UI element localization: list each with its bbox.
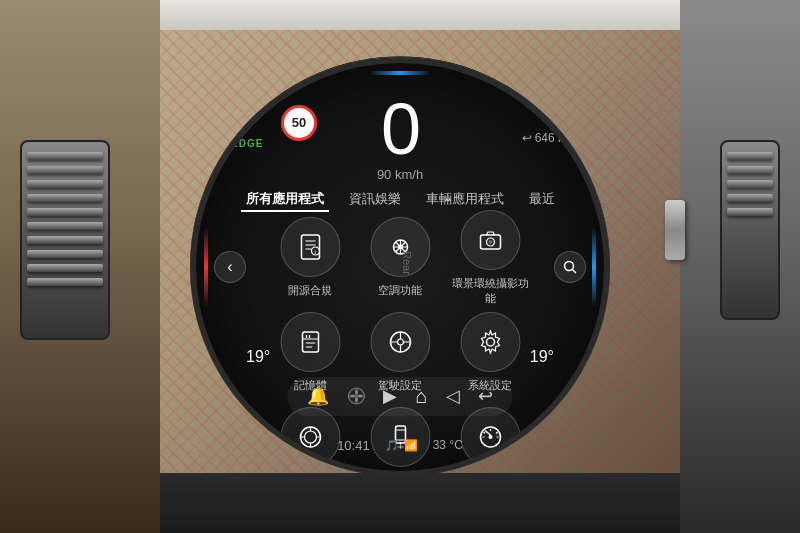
speed-limit-sign: 50 <box>281 105 317 141</box>
app-category-tabs: 所有應用程式 資訊娛樂 車輛應用程式 最近 <box>240 188 560 212</box>
vent-slat-container <box>22 142 108 296</box>
vent-slat <box>27 264 103 272</box>
svg-point-16 <box>488 240 492 244</box>
app-item-compliance[interactable]: i 開源合規 <box>280 217 340 297</box>
svg-line-46 <box>496 432 498 434</box>
speed-unit: 90 km/h <box>300 167 500 182</box>
tab-vehicle-apps[interactable]: 車輛應用程式 <box>421 188 509 212</box>
vent-slat <box>27 166 103 174</box>
app-label-compliance: 開源合規 <box>288 283 332 297</box>
svg-rect-21 <box>305 342 315 344</box>
storage-icon-svg <box>295 327 325 357</box>
bell-icon[interactable]: 🔔 <box>307 385 329 407</box>
search-icon <box>563 260 577 274</box>
vent-slat <box>727 180 773 188</box>
status-bar: 10:41 🎵 📶 33 °C <box>270 438 530 453</box>
navigation-icon[interactable]: ◁ <box>446 385 460 407</box>
tab-media[interactable]: 資訊娛樂 <box>344 188 406 212</box>
vent-slat <box>27 194 103 202</box>
temp-left-value: 19° <box>246 348 270 366</box>
app-item-camera[interactable]: 環景環繞攝影功能 <box>448 210 533 305</box>
dashboard-bottom-panel <box>160 473 680 533</box>
dashboard-top-panel <box>160 0 680 30</box>
app-label-ac: 空調功能 <box>378 283 422 297</box>
vent-slat <box>727 208 773 216</box>
temperature-left: 19° <box>246 348 270 366</box>
svg-point-24 <box>397 339 403 345</box>
home-icon[interactable]: ⌂ <box>415 385 427 408</box>
vent-slat <box>27 180 103 188</box>
app-icon-driving <box>370 312 430 372</box>
arc-indicator-left <box>204 227 208 307</box>
arc-indicator-top <box>370 71 430 75</box>
play-icon[interactable]: ▶ <box>383 385 397 407</box>
outdoor-temp-display: 33 °C <box>433 438 463 452</box>
vent-slat <box>27 208 103 216</box>
left-air-vent <box>20 140 110 340</box>
fan-icon-svg <box>347 387 365 405</box>
speed-number: 0 <box>300 93 500 165</box>
svg-point-52 <box>354 394 358 398</box>
signal-icon: 📶 <box>404 439 418 452</box>
camera-icon-svg <box>475 225 505 255</box>
app-label-camera: 環景環繞攝影功能 <box>448 276 533 305</box>
right-vent-slat-container <box>722 142 778 226</box>
vent-slat <box>727 152 773 160</box>
tab-recent[interactable]: 最近 <box>524 188 560 212</box>
clock-display: 10:41 <box>337 438 370 453</box>
app-icon-storage <box>280 312 340 372</box>
app-icon-ac <box>370 217 430 277</box>
svg-point-13 <box>398 245 403 250</box>
back-icon[interactable]: ↩ <box>478 385 493 407</box>
app-icon-compliance: i <box>280 217 340 277</box>
media-status-icon: 🎵 <box>385 439 399 452</box>
vent-slat <box>27 278 103 286</box>
svg-line-1 <box>573 269 577 273</box>
driving-icon-svg <box>385 327 415 357</box>
app-icon-camera <box>460 210 520 270</box>
temperature-right: 19° <box>530 348 554 366</box>
settings-icon-svg <box>475 327 505 357</box>
app-item-ac[interactable]: 空調功能 <box>370 217 430 297</box>
navigate-left-button[interactable]: ‹ <box>214 251 246 283</box>
vent-slat <box>27 222 103 230</box>
vent-slat <box>727 166 773 174</box>
status-icons-group: 🎵 📶 <box>385 439 418 452</box>
main-circular-display: RPM EDGE 0 90 km/h 50 📶 M1 ↩ 646 km 所有應用… <box>190 57 610 477</box>
quick-controls-bar: 🔔 ▶ ⌂ ◁ ↩ <box>287 377 512 416</box>
tab-all-apps[interactable]: 所有應用程式 <box>241 188 329 212</box>
svg-rect-22 <box>305 346 312 348</box>
fan-icon[interactable] <box>347 387 365 405</box>
app-icon-settings <box>460 312 520 372</box>
arc-indicator-right <box>592 227 596 307</box>
vent-slat <box>27 250 103 258</box>
speed-display-area: 0 90 km/h <box>300 93 500 182</box>
svg-text:i: i <box>314 249 316 255</box>
edge-label: EDGE <box>231 138 263 149</box>
range-icon: ↩ <box>522 131 532 145</box>
svg-point-0 <box>565 261 574 270</box>
vent-slat <box>27 236 103 244</box>
svg-line-44 <box>485 431 490 435</box>
rear-indicator: Rear <box>401 251 413 275</box>
svg-line-48 <box>483 432 485 434</box>
compliance-icon-svg: i <box>295 232 325 262</box>
right-control-knob[interactable] <box>665 200 685 260</box>
vent-slat <box>27 152 103 160</box>
right-air-vent <box>720 140 780 320</box>
vent-slat <box>727 194 773 202</box>
temp-right-value: 19° <box>530 348 554 366</box>
search-button[interactable] <box>554 251 586 283</box>
svg-point-29 <box>486 338 494 346</box>
